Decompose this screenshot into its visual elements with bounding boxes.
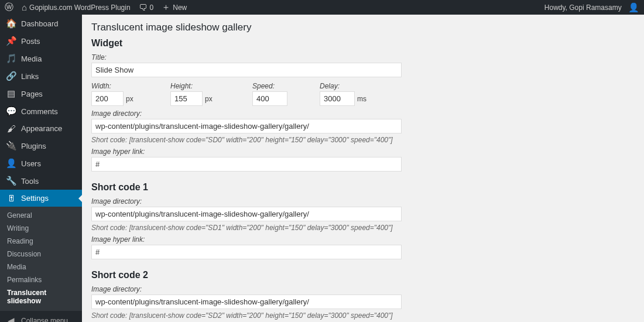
hyperlink-label: Image hyper link: xyxy=(91,148,635,156)
media-icon: 🎵 xyxy=(6,53,16,64)
menu-tools[interactable]: 🔧Tools xyxy=(0,172,82,190)
height-label: Height: xyxy=(170,82,252,90)
settings-submenu: General Writing Reading Discussion Media… xyxy=(0,207,82,311)
delay-input[interactable] xyxy=(320,91,355,106)
menu-label: Appearance xyxy=(21,124,62,133)
height-input[interactable] xyxy=(170,91,203,106)
collapse-label: Collapse menu xyxy=(21,317,68,322)
link-icon: 🔗 xyxy=(6,71,16,81)
menu-media[interactable]: 🎵Media xyxy=(0,50,82,67)
pin-icon: 📌 xyxy=(6,36,16,46)
menu-plugins[interactable]: 🔌Plugins xyxy=(0,137,82,155)
new-link[interactable]: ＋New xyxy=(162,2,187,13)
howdy-text: Howdy, Gopi Ramasamy xyxy=(544,4,622,12)
height-unit: px xyxy=(205,95,213,103)
width-label: Width: xyxy=(91,82,170,90)
menu-label: Users xyxy=(21,159,41,168)
menu-links[interactable]: 🔗Links xyxy=(0,67,82,85)
hyperlink-input[interactable] xyxy=(91,157,402,172)
admin-sidebar: 🏠Dashboard 📌Posts 🎵Media 🔗Links ▤Pages 💬… xyxy=(0,15,82,322)
sc1-hyperlink-label: Image hyper link: xyxy=(91,235,635,244)
title-input[interactable] xyxy=(91,63,402,77)
sc1-dir-input[interactable] xyxy=(91,207,402,221)
menu-label: Dashboard xyxy=(21,19,59,28)
widget-heading: Widget xyxy=(91,38,635,49)
submenu-permalinks[interactable]: Permalinks xyxy=(0,273,82,286)
shortcode-widget-hint: Short code: [translucent-show code="SD0"… xyxy=(91,136,635,144)
sc2-hint: Short code: [translucent-show code="SD2"… xyxy=(91,311,635,320)
user-icon: 👤 xyxy=(628,2,639,13)
submenu-reading[interactable]: Reading xyxy=(0,235,82,248)
sc1-heading: Short code 1 xyxy=(91,182,635,193)
sc1-hint: Short code: [translucent-show code="SD1"… xyxy=(91,224,635,232)
plus-icon: ＋ xyxy=(162,2,170,13)
slider-icon: 🎚 xyxy=(6,193,16,203)
title-label: Title: xyxy=(91,53,635,61)
site-home-link[interactable]: ⌂Gopiplus.com WordPress Plugin xyxy=(22,2,131,12)
width-input[interactable] xyxy=(91,91,124,106)
admin-toolbar: ⓦ ⌂Gopiplus.com WordPress Plugin 🗨0 ＋New… xyxy=(0,0,644,15)
new-label: New xyxy=(173,4,187,12)
delay-label: Delay: xyxy=(320,82,366,90)
speed-label: Speed: xyxy=(252,82,320,90)
menu-label: Posts xyxy=(21,37,40,46)
imgdir-label: Image directory: xyxy=(91,109,635,118)
comments-count: 0 xyxy=(150,4,154,12)
comments-link[interactable]: 🗨0 xyxy=(139,2,154,12)
menu-settings[interactable]: 🎚Settings xyxy=(0,190,82,207)
menu-label: Pages xyxy=(21,90,43,98)
menu-comments[interactable]: 💬Comments xyxy=(0,102,82,120)
sc2-heading: Short code 2 xyxy=(91,270,635,280)
user-menu[interactable]: Howdy, Gopi Ramasamy 👤 xyxy=(544,2,639,13)
speed-input[interactable] xyxy=(252,91,287,106)
sc2-dir-label: Image directory: xyxy=(91,285,635,293)
menu-posts[interactable]: 📌Posts xyxy=(0,32,82,50)
page-icon: ▤ xyxy=(6,88,16,99)
menu-label: Media xyxy=(21,54,42,63)
sc2-dir-input[interactable] xyxy=(91,294,402,309)
comment-icon: 🗨 xyxy=(139,2,148,12)
wp-logo[interactable]: ⓦ xyxy=(5,2,13,13)
submenu-general[interactable]: General xyxy=(0,209,82,222)
collapse-icon: ◀ xyxy=(6,316,16,322)
collapse-menu[interactable]: ◀Collapse menu xyxy=(0,311,82,322)
menu-pages[interactable]: ▤Pages xyxy=(0,85,82,102)
menu-appearance[interactable]: 🖌Appearance xyxy=(0,120,82,137)
width-unit: px xyxy=(126,95,133,103)
menu-label: Plugins xyxy=(21,142,46,150)
site-name: Gopiplus.com WordPress Plugin xyxy=(29,4,131,12)
brush-icon: 🖌 xyxy=(6,124,16,133)
comment-icon: 💬 xyxy=(6,106,16,117)
menu-label: Settings xyxy=(21,194,49,203)
submenu-discussion[interactable]: Discussion xyxy=(0,248,82,261)
submenu-writing[interactable]: Writing xyxy=(0,222,82,235)
home-icon: ⌂ xyxy=(22,2,27,12)
wrench-icon: 🔧 xyxy=(6,176,16,186)
main-content: Translucent image slideshow gallery Widg… xyxy=(82,15,644,322)
user-icon: 👤 xyxy=(6,158,16,169)
submenu-media[interactable]: Media xyxy=(0,261,82,273)
menu-label: Comments xyxy=(21,107,58,116)
gauge-icon: 🏠 xyxy=(6,18,16,29)
menu-label: Links xyxy=(21,72,39,81)
delay-unit: ms xyxy=(357,95,366,103)
plug-icon: 🔌 xyxy=(6,141,16,151)
submenu-translucent-slideshow[interactable]: Translucent slideshow xyxy=(0,286,82,307)
page-title: Translucent image slideshow gallery xyxy=(91,22,635,33)
menu-label: Tools xyxy=(21,177,39,186)
menu-dashboard[interactable]: 🏠Dashboard xyxy=(0,15,82,32)
sc1-dir-label: Image directory: xyxy=(91,197,635,205)
menu-users[interactable]: 👤Users xyxy=(0,155,82,172)
sc1-hyperlink-input[interactable] xyxy=(91,245,402,259)
imgdir-input[interactable] xyxy=(91,119,402,133)
